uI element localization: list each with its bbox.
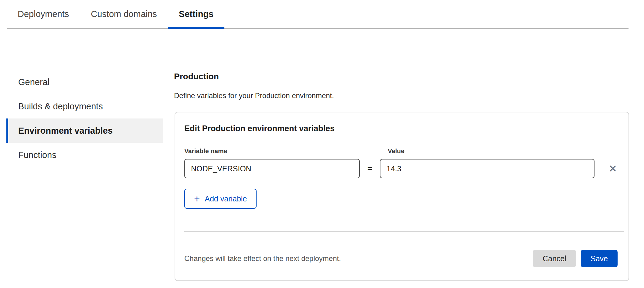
sidebar-item-environment-variables[interactable]: Environment variables — [6, 118, 163, 143]
sidebar-item-builds-deployments[interactable]: Builds & deployments — [6, 94, 163, 118]
tab-deployments[interactable]: Deployments — [7, 0, 80, 28]
variable-name-label: Variable name — [184, 147, 388, 155]
card-divider — [184, 231, 624, 232]
page-title: Production — [174, 72, 219, 81]
variable-name-input[interactable] — [184, 159, 360, 178]
remove-variable-icon[interactable]: ✕ — [606, 162, 619, 175]
footer-note: Changes will take effect on the next dep… — [184, 254, 341, 263]
page-description: Define variables for your Production env… — [174, 91, 334, 100]
settings-sidebar: General Builds & deployments Environment… — [6, 70, 163, 167]
sidebar-item-general[interactable]: General — [6, 70, 163, 94]
add-variable-label: Add variable — [205, 194, 247, 203]
equals-sign: = — [360, 164, 380, 173]
variable-value-input[interactable] — [380, 159, 595, 178]
add-variable-button[interactable]: + Add variable — [184, 189, 257, 209]
field-labels-row: Variable name Value — [175, 147, 629, 155]
variable-row: = ✕ — [175, 159, 629, 178]
card-title: Edit Production environment variables — [184, 124, 619, 133]
save-button[interactable]: Save — [581, 250, 618, 267]
sidebar-item-functions[interactable]: Functions — [6, 143, 163, 167]
value-label: Value — [388, 147, 404, 155]
tab-bar: Deployments Custom domains Settings — [7, 0, 629, 29]
environment-variables-card: Edit Production environment variables Va… — [175, 112, 629, 281]
cancel-button[interactable]: Cancel — [533, 250, 576, 267]
plus-icon: + — [194, 194, 200, 204]
card-footer: Changes will take effect on the next dep… — [175, 249, 629, 268]
tab-custom-domains[interactable]: Custom domains — [80, 0, 168, 28]
footer-actions: Cancel Save — [533, 250, 618, 267]
tab-settings[interactable]: Settings — [168, 0, 224, 28]
